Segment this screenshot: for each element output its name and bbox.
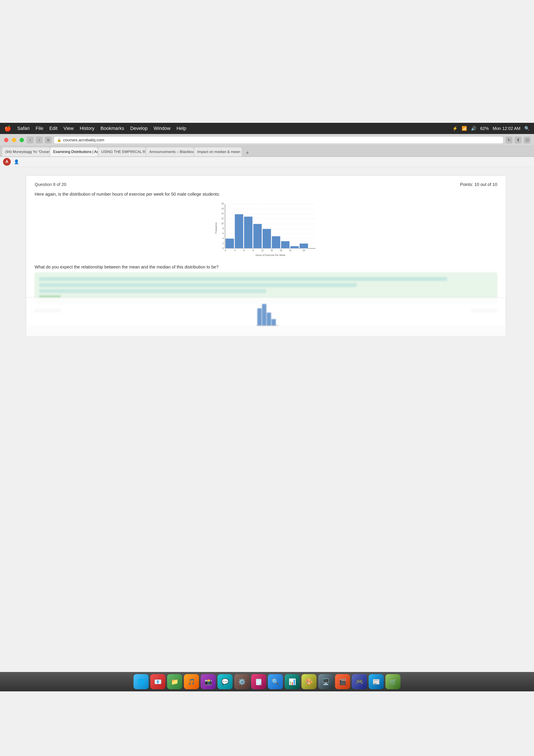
svg-text:0: 0	[222, 247, 224, 250]
bookmarks-bar: A 👤	[0, 157, 534, 167]
dock-item-11[interactable]: 🖥️	[318, 674, 333, 689]
tabs-row: (94) Moneybagg Yo "Ocean Spray" (Pro... …	[0, 146, 534, 157]
svg-rect-21	[225, 238, 234, 248]
svg-rect-23	[244, 217, 253, 248]
back-button[interactable]: ‹	[27, 137, 34, 144]
address-bar[interactable]: 🔒 courses.acrobatiq.com	[54, 136, 503, 144]
svg-text:3: 3	[234, 249, 235, 252]
svg-rect-27	[281, 241, 290, 248]
menu-develop[interactable]: Develop	[130, 125, 148, 131]
question-description: Here again, is the distribution of numbe…	[35, 191, 497, 197]
svg-text:21: 21	[289, 249, 292, 252]
menu-help[interactable]: Help	[177, 125, 186, 131]
minimize-button[interactable]	[12, 138, 16, 142]
new-tab-toolbar[interactable]: ⊡	[524, 137, 531, 144]
svg-rect-28	[290, 246, 299, 248]
preview-chart	[35, 302, 497, 332]
svg-text:0: 0	[225, 249, 226, 252]
dock-item-9[interactable]: 📊	[285, 674, 300, 689]
tab-2[interactable]: USING THE EMPIRICAL RULE	[98, 148, 145, 156]
dock-item-6[interactable]: ⚙️	[234, 674, 249, 689]
dock-item-13[interactable]: 🎮	[352, 674, 367, 689]
svg-text:10: 10	[221, 222, 224, 225]
volume-icon: 🔊	[471, 126, 476, 131]
menu-file[interactable]: File	[36, 125, 43, 131]
person-icon: 👤	[14, 159, 19, 164]
points-badge: Points: 10 out of 10	[460, 182, 497, 187]
preview-section	[26, 297, 506, 337]
dock-item-15[interactable]: 🛒	[385, 674, 400, 689]
dock-item-4[interactable]: 📸	[201, 674, 216, 689]
apple-menu[interactable]: 🍎	[4, 125, 11, 132]
share-button[interactable]: ⬆	[515, 137, 521, 144]
svg-text:Frequency: Frequency	[215, 222, 217, 233]
svg-text:9: 9	[253, 249, 254, 252]
svg-text:18: 18	[280, 249, 282, 252]
menu-edit[interactable]: Edit	[49, 125, 58, 131]
chart-container: 0 2 4 6 8 10 12 14 16 18	[35, 202, 497, 258]
answer-line-2	[39, 283, 357, 287]
new-tab-button[interactable]: +	[243, 148, 251, 156]
tab-3[interactable]: Announcements – Blackboard Learn	[146, 148, 193, 156]
wifi-icon: 📶	[462, 126, 467, 131]
reload-button[interactable]: ↻	[506, 137, 513, 144]
dock-item-10[interactable]: 🎨	[301, 674, 317, 689]
preview-histogram	[244, 302, 288, 332]
svg-text:14: 14	[221, 212, 224, 215]
search-icon[interactable]: 🔍	[524, 126, 530, 131]
lock-icon: 🔒	[57, 138, 62, 142]
svg-text:12: 12	[221, 217, 224, 220]
url-text: courses.acrobatiq.com	[63, 138, 104, 143]
svg-rect-42	[262, 304, 267, 326]
dock-item-3[interactable]: 🎵	[184, 674, 199, 689]
svg-text:6: 6	[222, 232, 224, 235]
svg-text:Hours of Exercise Per Week: Hours of Exercise Per Week	[256, 254, 285, 256]
menu-window[interactable]: Window	[154, 125, 170, 131]
svg-text:2: 2	[222, 242, 224, 245]
answer-line-3	[39, 289, 266, 293]
dock-item-5[interactable]: 💬	[217, 674, 233, 689]
dock-item-7[interactable]: 🗒️	[251, 674, 266, 689]
svg-text:12: 12	[261, 249, 264, 252]
tab-1-active[interactable]: Examining Distributions | Acrobatiq	[50, 148, 97, 156]
dock-item-0[interactable]: 🌐	[134, 674, 149, 689]
svg-text:24: 24	[302, 249, 305, 252]
svg-rect-22	[235, 214, 243, 248]
forward-button[interactable]: ›	[36, 137, 43, 144]
dock-item-14[interactable]: 📰	[369, 674, 384, 689]
menu-view[interactable]: View	[64, 125, 74, 131]
svg-rect-41	[257, 308, 262, 326]
svg-text:8: 8	[222, 227, 224, 230]
svg-text:6: 6	[243, 249, 244, 252]
svg-rect-44	[271, 319, 276, 326]
svg-rect-29	[299, 243, 308, 248]
answer-line-1	[39, 277, 447, 281]
question-header: Question 8 of 20 Points: 10 out of 10	[35, 182, 497, 187]
dock-item-8[interactable]: 🔍	[268, 674, 283, 689]
dock-item-2[interactable]: 📁	[167, 674, 182, 689]
mac-dock: 🌐 📧 📁 🎵 📸 💬 ⚙️ 🗒️ 🔍 📊 🎨 🖥️ 🎬 🎮 📰 🛒	[0, 672, 534, 691]
maximize-button[interactable]	[20, 138, 24, 142]
svg-rect-43	[267, 312, 271, 326]
browser-chrome: ‹ › ⊞ 🔒 courses.acrobatiq.com ↻ ⬆ ⊡ (94)…	[0, 134, 534, 167]
question-number: Question 8 of 20	[35, 182, 66, 187]
dock-item-1[interactable]: 📧	[150, 674, 165, 689]
tab-4[interactable]: Impact on median & mean: increasing...	[194, 148, 242, 156]
svg-text:18: 18	[221, 202, 224, 205]
mac-menu-bar: 🍎 Safari File Edit View History Bookmark…	[0, 123, 534, 134]
close-button[interactable]	[4, 138, 9, 142]
time-display: Mon 12:02 AM	[493, 126, 521, 131]
dock-item-12[interactable]: 🎬	[335, 674, 350, 689]
tab-0[interactable]: (94) Moneybagg Yo "Ocean Spray" (Pro...	[2, 148, 50, 156]
svg-text:15: 15	[270, 249, 273, 252]
bluetooth-icon: ⚡	[452, 126, 458, 131]
toolbar-icons: ↻ ⬆ ⊡	[506, 137, 531, 144]
browser-toolbar: ‹ › ⊞ 🔒 courses.acrobatiq.com ↻ ⬆ ⊡	[0, 134, 534, 146]
battery-level: 62%	[480, 126, 489, 131]
reader-button[interactable]: ⊞	[45, 137, 52, 144]
svg-rect-26	[272, 236, 280, 248]
menu-bar-right: ⚡ 📶 🔊 62% Mon 12:02 AM 🔍	[452, 126, 530, 131]
menu-history[interactable]: History	[80, 125, 94, 131]
menu-safari[interactable]: Safari	[17, 125, 30, 131]
menu-bookmarks[interactable]: Bookmarks	[101, 125, 124, 131]
